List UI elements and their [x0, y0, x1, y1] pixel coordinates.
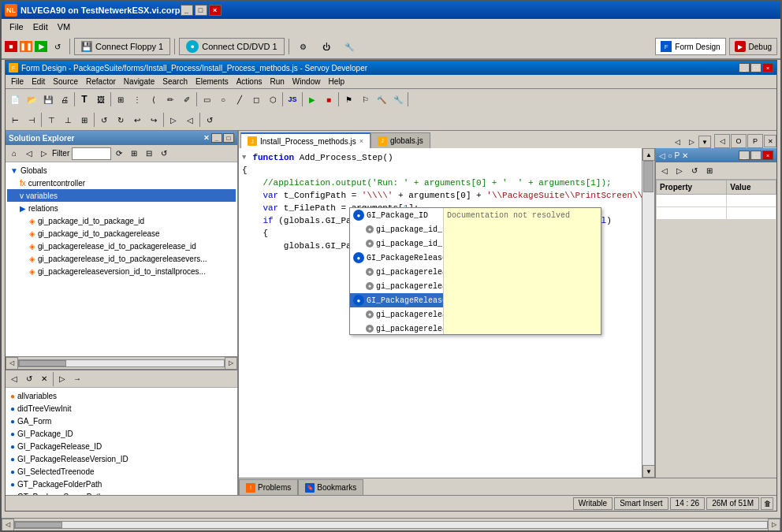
se-bottom-nav-btn[interactable]: → — [70, 372, 84, 386]
var-gi-package-id[interactable]: ● GI_Package_ID — [7, 427, 236, 440]
ac-item-5[interactable]: ◈ gi_packagerelease_id_to_packagerelease… — [350, 279, 443, 293]
tb2-btn4[interactable]: ⊥ — [60, 112, 76, 128]
connect-floppy-btn[interactable]: 💾 Connect Floppy 1 — [74, 38, 170, 55]
menu-file[interactable]: File — [7, 76, 28, 87]
draw-btn[interactable]: ✏ — [162, 91, 178, 107]
tab-close-1[interactable]: × — [359, 137, 363, 145]
se-forward-btn[interactable]: ▷ — [37, 147, 51, 161]
editor-menu-btn[interactable]: ▼ — [698, 136, 711, 148]
se-bottom-back-btn[interactable]: ◁ — [7, 372, 21, 386]
connect-cd-btn[interactable]: ● Connect CD/DVD 1 — [179, 38, 284, 55]
menu-navigate[interactable]: Navigate — [120, 76, 158, 87]
ac-item-2[interactable]: ◈ gi_package_id_to_packagerelease — [350, 236, 443, 251]
se-rel-1[interactable]: ◈ gi_package_id_to_package_id — [7, 214, 236, 227]
tab-globals[interactable]: J globals.js — [371, 132, 430, 148]
se-rel-5[interactable]: ◈ gi_packagereleaseversion_id_to_install… — [7, 265, 236, 277]
se-relations[interactable]: ▶ relations — [7, 202, 236, 214]
se-back-btn[interactable]: ◁ — [22, 147, 36, 161]
shape-line-btn[interactable]: ╱ — [232, 91, 248, 107]
hammer-btn[interactable]: 🔨 — [374, 91, 389, 107]
tab-install-process[interactable]: J Install_Process_methods.js × — [240, 132, 371, 148]
pencil-btn[interactable]: ✐ — [179, 91, 195, 107]
inner-minimize-btn[interactable]: _ — [739, 63, 750, 73]
se-scroll-thumb[interactable] — [19, 360, 66, 366]
menu-edit[interactable]: Edit — [28, 76, 49, 87]
play-btn[interactable]: ▶ — [35, 41, 47, 52]
right-panel-close-tab[interactable]: P — [747, 134, 763, 148]
outer-scrollbar[interactable]: ◁ ▷ — [2, 518, 780, 530]
se-scroll-track[interactable] — [18, 359, 225, 367]
outer-menu-vm[interactable]: VM — [53, 20, 76, 33]
rp-btn-1[interactable]: ◁ — [657, 164, 672, 178]
se-collapse-btn[interactable]: ⊟ — [142, 147, 156, 161]
debug2-btn[interactable]: ⚑ — [341, 91, 356, 107]
align-btn[interactable]: ⊞ — [113, 91, 128, 107]
tb2-redo-btn[interactable]: ↪ — [146, 112, 162, 128]
wrench-btn[interactable]: 🔧 — [390, 91, 406, 107]
image-btn[interactable]: 🖼 — [93, 91, 109, 107]
tb2-undo-btn[interactable]: ↩ — [129, 112, 145, 128]
refresh-btn[interactable]: ↺ — [50, 39, 65, 54]
tb2-btn2[interactable]: ⊣ — [24, 112, 39, 128]
tb2-btn1[interactable]: ⊢ — [7, 112, 23, 128]
js-btn[interactable]: JS — [285, 91, 300, 107]
var-gi-selectedtreenode[interactable]: ● GI_SelectedTreenode — [7, 465, 236, 478]
filter-input[interactable] — [72, 147, 111, 160]
se-globals[interactable]: ▼ Globals — [7, 164, 236, 177]
menu-refactor[interactable]: Refactor — [82, 76, 120, 87]
se-scroll-right[interactable]: ▷ — [225, 357, 237, 370]
ac-item-3[interactable]: ● GI_PackageRelease_ID — [350, 251, 443, 265]
se-expand-btn[interactable]: ⊞ — [127, 147, 141, 161]
tab-scroll-right[interactable]: ▷ — [684, 136, 698, 148]
scroll-thumb[interactable] — [643, 161, 654, 192]
ac-item-0[interactable]: ● GI_Package_ID — [350, 208, 443, 222]
flag-btn[interactable]: ⚐ — [357, 91, 373, 107]
se-rel-4[interactable]: ◈ gi_packagerelease_id_to_packagerelease… — [7, 252, 236, 265]
se-bottom-close-btn[interactable]: ✕ — [37, 372, 51, 386]
menu-actions[interactable]: Actions — [233, 76, 266, 87]
right-panel-min-btn[interactable]: _ — [739, 151, 750, 160]
var-gi-packagereleaseversion-id[interactable]: ● GI_PackageReleaseVersion_ID — [7, 452, 236, 465]
ac-item-6[interactable]: ● GI_PackageReleaseVersion_ID — [350, 293, 443, 307]
save-btn[interactable]: 💾 — [40, 91, 56, 107]
right-panel-close[interactable]: × — [762, 151, 773, 160]
se-bottom-forward-btn[interactable]: ▷ — [55, 372, 69, 386]
se-refresh-btn[interactable]: ↺ — [157, 147, 171, 161]
tb2-refresh-btn[interactable]: ↺ — [202, 112, 218, 128]
outer-maximize-btn[interactable]: □ — [195, 5, 207, 16]
se-horizontal-scroll[interactable]: ◁ ▷ — [6, 356, 237, 369]
right-panel-o-tab[interactable]: ◁ — [714, 134, 730, 148]
tb2-back-btn[interactable]: ◁ — [182, 112, 198, 128]
stop-btn[interactable]: ■ — [5, 41, 17, 52]
menu-search[interactable]: Search — [158, 76, 192, 87]
se-sync-btn[interactable]: ⟳ — [112, 147, 126, 161]
ac-item-4[interactable]: ◈ gi_packagerelease_id_to_packagerelease… — [350, 265, 443, 279]
outer-scroll-thumb[interactable] — [15, 522, 62, 528]
menu-elements[interactable]: Elements — [192, 76, 233, 87]
outer-menu-edit[interactable]: Edit — [28, 20, 53, 33]
tb2-btn3[interactable]: ⊤ — [43, 112, 59, 128]
outer-scroll-track[interactable] — [14, 521, 768, 529]
var-gi-packagerelease-id[interactable]: ● GI_PackageRelease_ID — [7, 440, 236, 452]
se-minimize-btn[interactable]: _ — [211, 133, 222, 143]
form-design-btn[interactable]: F Form Design — [655, 38, 725, 55]
se-scroll-left[interactable]: ◁ — [6, 357, 18, 370]
pause-btn[interactable]: ❚❚ — [20, 41, 32, 52]
outer-scroll-right[interactable]: ▷ — [768, 519, 780, 531]
menu-help[interactable]: Help — [324, 76, 348, 87]
var-didtreeviewinit[interactable]: ● didTreeViewInit — [7, 402, 236, 415]
right-panel-x[interactable]: ✕ — [764, 135, 776, 147]
tab-scroll-left[interactable]: ◁ — [670, 136, 684, 148]
gc-btn[interactable]: 🗑 — [761, 497, 773, 510]
tb2-btn5[interactable]: ⊞ — [76, 112, 92, 128]
power-btn[interactable]: ⏻ — [316, 39, 337, 54]
debug-btn[interactable]: ▶ Debug — [729, 38, 777, 55]
open-btn[interactable]: 📂 — [24, 91, 39, 107]
scroll-down-btn[interactable]: ▼ — [642, 465, 655, 478]
inner-maximize-btn[interactable]: □ — [750, 63, 762, 73]
select-btn[interactable]: ⟨ — [146, 91, 162, 107]
portal-btn[interactable]: ⬡ — [265, 91, 281, 107]
ac-item-7[interactable]: ◈ gi_packagereleaseversion_id_to_install… — [350, 307, 443, 322]
inner-close-btn[interactable]: × — [762, 63, 773, 73]
right-panel-max-btn[interactable]: □ — [750, 151, 762, 160]
